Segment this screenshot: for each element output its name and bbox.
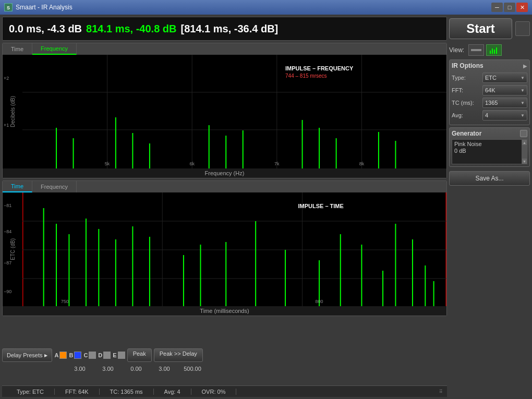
freq-tab-time[interactable]: Time	[3, 43, 32, 55]
charts-area: Time Frequency Decibels (dB) +2 +1	[2, 43, 447, 346]
svg-text:6k: 6k	[189, 161, 195, 166]
generator-content: Pink Noise 0 dB ▲ ▼	[452, 139, 527, 164]
channel-c-group: C	[83, 352, 96, 359]
time-y-axis-label: ETC (dB)	[10, 238, 16, 260]
freq-y-axis-label: Decibels (dB)	[10, 96, 16, 127]
freq-tab-frequency[interactable]: Frequency	[32, 43, 77, 55]
bottom-controls: Delay Presets ▶ A B C	[2, 348, 447, 383]
type-select-arrow: ▼	[521, 76, 525, 80]
svg-text:750: 750	[61, 299, 69, 304]
ir-options-arrow[interactable]: ▶	[523, 63, 527, 69]
resize-handle: ⠿	[439, 389, 443, 394]
channel-d-label: D	[98, 352, 102, 358]
svg-text:IMPULSE – FREQUENCY: IMPULSE – FREQUENCY	[285, 65, 354, 71]
fft-option-row: FFT: 64K ▼	[452, 85, 527, 95]
channel-d-value: 3.00	[151, 366, 177, 372]
status-tc: TC: 1365 ms	[100, 389, 154, 395]
channel-b-value: 3.00	[95, 366, 121, 372]
save-as-button[interactable]: Save As...	[449, 171, 530, 186]
tc-option-row: TC (ms): 1365 ▼	[452, 98, 527, 108]
close-button[interactable]: ✕	[516, 3, 528, 12]
svg-text:S: S	[7, 5, 10, 10]
time-x-label: Time (milliseconds)	[3, 306, 446, 316]
channel-e-label: E	[113, 352, 116, 358]
start-button[interactable]: Start	[449, 18, 512, 39]
view-label: View:	[449, 46, 464, 54]
channel-c-label: C	[83, 352, 88, 358]
avg-select[interactable]: 4 ▼	[482, 110, 527, 120]
generator-title: Generator	[452, 130, 481, 137]
svg-text:IMPULSE – TIME: IMPULSE – TIME	[298, 203, 343, 209]
time-chart-svg: 750 800 IMPULSE – TIME	[22, 192, 446, 306]
svg-rect-60	[492, 49, 493, 54]
ir-options-header: IR Options ▶	[452, 62, 527, 69]
values-row: 3.00 3.00 0.00 3.00 500.00	[2, 364, 447, 374]
view-waveform-button[interactable]	[468, 44, 484, 56]
tc-select[interactable]: 1365 ▼	[482, 98, 527, 108]
time-tab-time[interactable]: Time	[3, 181, 32, 192]
channel-a-label: A	[54, 352, 58, 358]
maximize-button[interactable]: □	[504, 3, 515, 12]
channel-c-value: 0.00	[123, 366, 149, 372]
app-icon: S	[4, 3, 13, 11]
channel-a-swatch[interactable]	[59, 352, 67, 359]
header-part1: 0.0 ms, -4.3 dB	[9, 23, 82, 35]
header-part3: [814.1 ms, -36.4 dB]	[181, 23, 279, 35]
time-tab-frequency[interactable]: Frequency	[32, 181, 77, 192]
freq-chart-svg: 5k 6k 7k 8k IMPULSE – FREQUENCY 744 – 81…	[22, 55, 446, 168]
delay-row: Delay Presets ▶ A B C	[2, 348, 447, 362]
type-option-row: Type: ETC ▼	[452, 72, 527, 83]
peak-delay-button[interactable]: Peak >> Delay	[154, 348, 203, 362]
generator-scrollbar: ▲ ▼	[522, 140, 527, 164]
generator-panel: Generator Pink Noise 0 dB ▲ ▼	[449, 127, 530, 167]
titlebar: S Smaart - IR Analysis ─ □ ✕	[0, 0, 532, 15]
stop-indicator[interactable]	[515, 21, 530, 36]
avg-option-row: Avg: 4 ▼	[452, 110, 527, 120]
svg-text:5k: 5k	[105, 161, 110, 166]
main-container: 0.0 ms, -4.3 dB 814.1 ms, -40.8 dB [814.…	[0, 15, 532, 399]
window-title: Smaart - IR Analysis	[16, 4, 72, 11]
type-label: Type:	[452, 75, 480, 81]
fft-label: FFT:	[452, 87, 480, 93]
freq-x-label: Frequency (Hz)	[3, 168, 446, 178]
minimize-button[interactable]: ─	[491, 3, 503, 12]
channel-e-value: 500.00	[179, 366, 205, 372]
channel-e-group: E	[113, 352, 125, 359]
ir-options-title: IR Options	[452, 62, 483, 69]
channel-d-swatch[interactable]	[103, 352, 111, 359]
svg-text:800: 800	[316, 299, 323, 304]
channel-a-value: 3.00	[67, 366, 93, 372]
tc-select-arrow: ▼	[521, 101, 525, 105]
svg-text:7k: 7k	[274, 161, 280, 166]
svg-text:744 – 815 mrsecs: 744 – 815 mrsecs	[285, 73, 327, 79]
generator-header: Generator	[452, 130, 527, 137]
view-row: View:	[449, 43, 530, 57]
tc-label: TC (ms):	[452, 100, 480, 106]
window-controls: ─ □ ✕	[491, 3, 528, 12]
channel-b-group: B	[69, 352, 81, 359]
frequency-chart: Time Frequency Decibels (dB) +2 +1	[2, 43, 447, 178]
generator-control[interactable]	[520, 130, 527, 137]
avg-select-arrow: ▼	[521, 113, 525, 118]
channel-b-swatch[interactable]	[74, 352, 81, 359]
status-ovr: OVR: 0%	[191, 389, 237, 395]
channel-b-label: B	[69, 352, 73, 358]
time-chart: Time Frequency ETC (dB) −81 −84 −87 −90	[2, 180, 447, 316]
channel-c-swatch[interactable]	[89, 352, 96, 359]
status-type: Type: ETC	[6, 389, 55, 395]
chevron-right-icon: ▶	[44, 353, 47, 358]
delay-presets-button[interactable]: Delay Presets ▶	[2, 348, 52, 362]
view-spectrum-button[interactable]	[486, 44, 502, 56]
status-fft: FFT: 64K	[55, 389, 100, 395]
peak-button[interactable]: Peak	[127, 348, 152, 362]
channel-e-swatch[interactable]	[118, 352, 125, 359]
svg-rect-61	[494, 50, 495, 54]
header-part2: 814.1 ms, -40.8 dB	[86, 23, 176, 35]
gen-scroll-down[interactable]: ▼	[522, 159, 527, 164]
status-avg: Avg: 4	[154, 389, 191, 395]
ir-options-panel: IR Options ▶ Type: ETC ▼ FFT: 64K ▼ TC (…	[449, 59, 530, 125]
type-select[interactable]: ETC ▼	[482, 72, 527, 83]
gen-scroll-up[interactable]: ▲	[522, 140, 527, 145]
left-panel: 0.0 ms, -4.3 dB 814.1 ms, -40.8 dB [814.…	[2, 17, 447, 397]
fft-select[interactable]: 64K ▼	[482, 85, 527, 95]
